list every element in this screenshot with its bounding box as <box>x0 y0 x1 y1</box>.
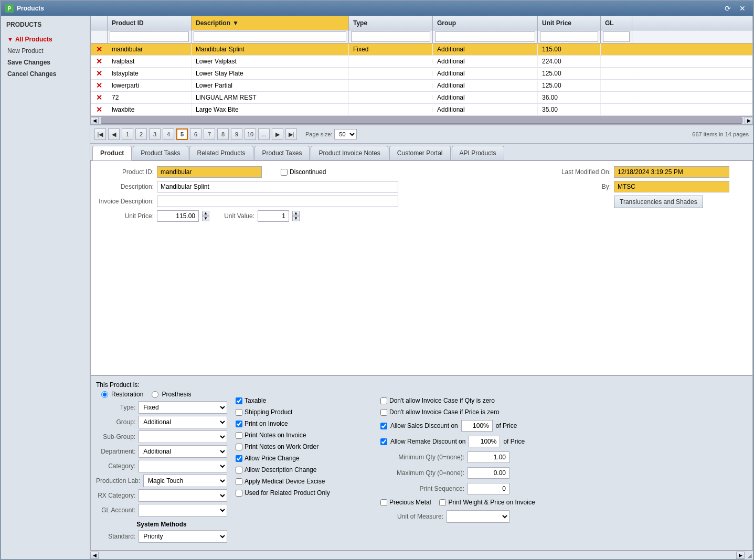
resize-grip[interactable]: ◢ <box>745 551 753 559</box>
allow-price-checkbox[interactable] <box>236 455 242 462</box>
table-row[interactable]: ✕ lwaxbite Large Wax Bite Additional 35.… <box>91 104 752 116</box>
filter-gl-input[interactable] <box>603 31 630 42</box>
sidebar-item-all-products[interactable]: ▼ All Products <box>4 34 87 45</box>
page-size-select[interactable]: 50 <box>334 129 357 139</box>
allow-remake-pct-input[interactable] <box>469 436 500 447</box>
page-first-btn[interactable]: |◀ <box>94 128 106 140</box>
filter-desc-input[interactable] <box>194 31 346 42</box>
used-for-related-checkbox[interactable] <box>236 490 242 497</box>
page-ellipsis-btn[interactable]: ... <box>258 128 270 140</box>
page-prev-btn[interactable]: ◀ <box>108 128 120 140</box>
print-notes-invoice-checkbox[interactable] <box>236 432 242 439</box>
scroll-left-btn[interactable]: ◀ <box>90 117 99 124</box>
production-lab-select[interactable]: Magic Touch <box>143 475 227 487</box>
page-6-btn[interactable]: 6 <box>190 128 201 140</box>
table-row[interactable]: ✕ lstayplate Lower Stay Plate Additional… <box>91 68 752 80</box>
delete-icon[interactable]: ✕ <box>94 69 104 78</box>
radio-prosthesis[interactable] <box>152 391 158 398</box>
scrollbar-thumb[interactable] <box>101 117 742 124</box>
min-qty-input[interactable] <box>468 451 509 463</box>
page-5-btn[interactable]: 5 <box>176 128 188 140</box>
allow-sales-discount-checkbox[interactable] <box>380 423 387 429</box>
taxable-checkbox[interactable] <box>236 397 242 404</box>
group-select[interactable]: Additional <box>139 416 227 428</box>
th-description[interactable]: Description ▼ <box>192 16 349 30</box>
print-seq-input[interactable] <box>468 483 509 494</box>
product-id-input[interactable] <box>157 166 262 178</box>
dont-invoice-qty-checkbox[interactable] <box>380 397 387 404</box>
restore-button[interactable]: ⟳ <box>721 3 734 14</box>
delete-icon[interactable]: ✕ <box>94 81 104 90</box>
page-9-btn[interactable]: 9 <box>231 128 242 140</box>
unit-value-input[interactable] <box>258 210 289 222</box>
unit-of-measure-select[interactable] <box>447 510 509 523</box>
table-row[interactable]: ✕ lvalplast Lower Valplast Additional 22… <box>91 56 752 68</box>
filter-price-input[interactable] <box>540 31 598 42</box>
max-qty-input[interactable] <box>468 467 509 479</box>
page-10-btn[interactable]: 10 <box>245 128 256 140</box>
th-product-id[interactable]: Product ID <box>108 16 192 30</box>
allow-sales-pct-input[interactable] <box>461 420 493 432</box>
bottom-scroll-right[interactable]: ▶ <box>736 552 745 559</box>
rx-category-select[interactable] <box>139 489 227 502</box>
filter-group-input[interactable] <box>435 31 535 42</box>
filter-pid-input[interactable] <box>110 31 189 42</box>
tab-related-products[interactable]: Related Products <box>189 146 253 160</box>
tab-product-invoice-notes[interactable]: Product Invoice Notes <box>311 146 388 160</box>
allow-remake-discount-checkbox[interactable] <box>380 438 387 445</box>
close-button[interactable]: ✕ <box>736 3 749 14</box>
translucencies-btn[interactable]: Translucencies and Shades <box>614 196 703 208</box>
allow-desc-checkbox[interactable] <box>236 467 242 473</box>
page-4-btn[interactable]: 4 <box>163 128 174 140</box>
unit-price-up[interactable]: ▲ <box>202 211 209 216</box>
print-on-invoice-checkbox[interactable] <box>236 421 242 427</box>
gl-account-select[interactable] <box>139 504 227 516</box>
table-scrollbar[interactable]: ◀ ▶ <box>90 116 753 125</box>
delete-icon[interactable]: ✕ <box>94 45 104 53</box>
sidebar-item-new-product[interactable]: New Product <box>4 45 87 57</box>
sub-group-select[interactable] <box>139 430 227 443</box>
page-7-btn[interactable]: 7 <box>204 128 215 140</box>
invoice-desc-input[interactable] <box>157 196 398 207</box>
standard-select[interactable]: Priority <box>139 530 227 543</box>
tab-product-taxes[interactable]: Product Taxes <box>254 146 310 160</box>
delete-icon[interactable]: ✕ <box>94 57 104 66</box>
table-row[interactable]: ✕ lowerparti Lower Partial Additional 12… <box>91 80 752 92</box>
unit-value-down[interactable]: ▼ <box>292 216 300 221</box>
page-3-btn[interactable]: 3 <box>149 128 161 140</box>
filter-type-input[interactable] <box>351 31 430 42</box>
unit-price-input[interactable] <box>157 210 199 222</box>
th-type[interactable]: Type <box>349 16 433 30</box>
by-input[interactable] <box>614 181 729 192</box>
tab-product-tasks[interactable]: Product Tasks <box>133 146 188 160</box>
bottom-scroll-left[interactable]: ◀ <box>90 552 99 559</box>
type-select[interactable]: Fixed <box>139 401 227 414</box>
th-gl[interactable]: GL <box>601 16 632 30</box>
table-row[interactable]: ✕ 72 LINGUAL ARM REST Additional 36.00 <box>91 92 752 104</box>
discontinued-checkbox[interactable] <box>281 169 288 176</box>
table-row[interactable]: ✕ mandibular Mandibular Splint Fixed Add… <box>91 44 752 56</box>
page-next-btn[interactable]: ▶ <box>272 128 283 140</box>
page-2-btn[interactable]: 2 <box>135 128 147 140</box>
page-1-btn[interactable]: 1 <box>122 128 133 140</box>
delete-icon[interactable]: ✕ <box>94 93 104 102</box>
sidebar-save-changes[interactable]: Save Changes <box>4 57 87 68</box>
tab-customer-portal[interactable]: Customer Portal <box>389 146 451 160</box>
dont-invoice-price-checkbox[interactable] <box>380 409 387 416</box>
apply-med-checkbox[interactable] <box>236 478 242 485</box>
shipping-checkbox[interactable] <box>236 409 242 416</box>
precious-metal-checkbox[interactable] <box>380 499 387 506</box>
radio-restoration[interactable] <box>101 391 108 398</box>
last-modified-input[interactable] <box>614 166 729 178</box>
page-last-btn[interactable]: ▶| <box>285 128 297 140</box>
print-notes-wo-checkbox[interactable] <box>236 444 242 450</box>
department-select[interactable]: Additional <box>139 445 227 458</box>
page-8-btn[interactable]: 8 <box>217 128 229 140</box>
print-weight-checkbox[interactable] <box>439 499 446 506</box>
unit-value-up[interactable]: ▲ <box>292 211 300 216</box>
th-group[interactable]: Group <box>433 16 538 30</box>
tab-api-products[interactable]: API Products <box>452 146 504 160</box>
bottom-scrollbar[interactable] <box>99 552 736 558</box>
category-select[interactable] <box>139 460 227 472</box>
th-unit-price[interactable]: Unit Price <box>538 16 601 30</box>
